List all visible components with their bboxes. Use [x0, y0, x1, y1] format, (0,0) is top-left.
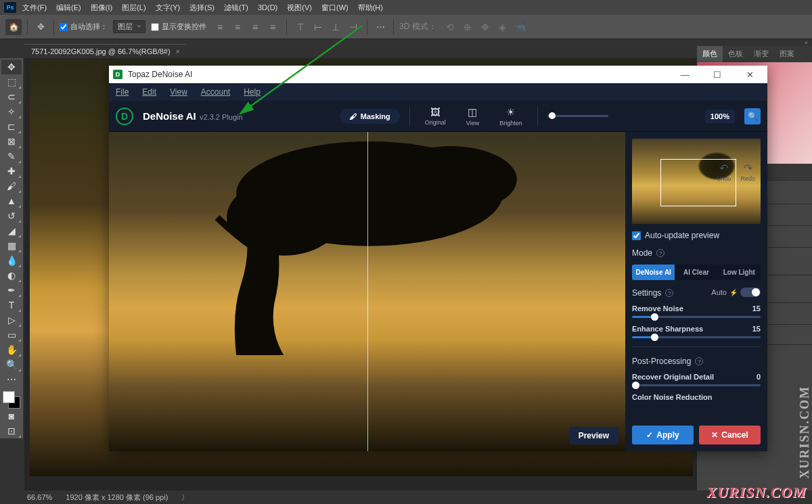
tab-color[interactable]: 颜色 [697, 46, 723, 62]
topaz-titlebar[interactable]: D Topaz DeNoise AI — ☐ ✕ [109, 66, 767, 83]
brush-tool[interactable]: 🖌 [1, 179, 22, 193]
zoom-level[interactable]: 100% [705, 110, 735, 123]
quickmask-tool[interactable]: ◙ [1, 409, 22, 423]
zoom-fit-button[interactable]: 🔍 [744, 108, 761, 124]
stamp-tool[interactable]: ▲ [1, 193, 22, 208]
menu-3d[interactable]: 3D(D) [254, 2, 281, 13]
menu-image[interactable]: 图像(I) [87, 1, 116, 14]
slider-label: Remove Noise [632, 304, 683, 313]
tab-gradients[interactable]: 渐变 [748, 46, 774, 62]
recover-detail-slider[interactable] [632, 384, 761, 386]
crop-tool[interactable]: ⊏ [1, 119, 22, 134]
blur-tool[interactable]: 💧 [1, 253, 22, 268]
edit-toolbar-icon[interactable]: ⋯ [1, 372, 22, 387]
help-icon[interactable]: ? [665, 289, 673, 297]
status-chevron-icon[interactable]: 〉 [181, 492, 189, 503]
minimize-button[interactable]: — [671, 66, 698, 83]
history-brush-tool[interactable]: ↺ [1, 208, 22, 223]
mode-denoise[interactable]: DeNoise AI [632, 265, 675, 280]
status-zoom[interactable]: 66.67% [27, 493, 52, 501]
enhance-sharpness-slider[interactable] [632, 336, 761, 338]
tp-menu-file[interactable]: File [116, 87, 129, 97]
3d-pan-icon[interactable]: ✥ [477, 20, 493, 34]
pen-tool[interactable]: ✒ [1, 283, 22, 298]
3d-camera-icon[interactable]: 📹 [512, 20, 528, 34]
zoom-tool[interactable]: 🔍 [1, 357, 22, 372]
masking-button[interactable]: 🖌Masking [340, 109, 400, 124]
show-transform-checkbox[interactable]: 显示变换控件 [151, 22, 206, 32]
home-button[interactable]: 🏠 [5, 19, 22, 35]
move-tool[interactable]: ✥ [1, 60, 22, 74]
dist-top-icon[interactable]: ⊤ [292, 20, 309, 34]
gradient-tool[interactable]: ▦ [1, 238, 22, 253]
redo-button[interactable]: ↷Redo [740, 162, 755, 182]
menu-window[interactable]: 窗口(W) [318, 1, 352, 14]
view-split-button[interactable]: ◫View [461, 106, 484, 127]
remove-noise-slider[interactable] [632, 316, 761, 318]
align-justify-icon[interactable]: ≡ [265, 20, 281, 34]
preview-button[interactable]: Preview [569, 427, 618, 444]
tp-menu-account[interactable]: Account [201, 87, 230, 97]
dist-left-icon[interactable]: ⊣ [345, 20, 361, 34]
document-tab[interactable]: 7571-20092GK005.jpg @ 66.7%(RGB/8#) × [24, 44, 186, 58]
cancel-button[interactable]: ✕Cancel [699, 426, 761, 444]
menu-type[interactable]: 文字(Y) [152, 1, 184, 14]
dist-bottom-icon[interactable]: ⊥ [328, 20, 344, 34]
move-tool-icon[interactable]: ✥ [33, 20, 48, 35]
lasso-tool[interactable]: ⊂ [1, 89, 22, 104]
3d-roll-icon[interactable]: ⊕ [459, 20, 476, 34]
tab-patterns[interactable]: 图案 [774, 46, 800, 62]
menu-layer[interactable]: 图层(L) [118, 1, 149, 14]
align-right-icon[interactable]: ≡ [247, 20, 263, 34]
frame-tool[interactable]: ⊠ [1, 134, 22, 149]
mode-lowlight[interactable]: Low Light [718, 265, 761, 280]
auto-update-checkbox[interactable]: Auto-update preview [632, 231, 761, 240]
type-tool[interactable]: T [1, 298, 22, 313]
tp-menu-view[interactable]: View [170, 87, 187, 97]
menu-help[interactable]: 帮助(H) [355, 1, 386, 14]
wand-tool[interactable]: ✧ [1, 104, 22, 119]
maximize-button[interactable]: ☐ [704, 66, 731, 83]
tp-menu-help[interactable]: Help [244, 87, 261, 97]
3d-orbit-icon[interactable]: ⟲ [442, 20, 458, 34]
auto-toggle[interactable] [740, 288, 761, 297]
auto-select-checkbox[interactable]: 自动选择： [60, 22, 108, 32]
view-original-button[interactable]: 🖼Original [420, 106, 451, 126]
menu-file[interactable]: 文件(F) [19, 1, 50, 14]
eyedropper-tool[interactable]: ✎ [1, 149, 22, 164]
menu-select[interactable]: 选择(S) [186, 1, 218, 14]
panel-collapse-icon[interactable]: « [697, 39, 812, 46]
align-left-icon[interactable]: ≡ [212, 20, 228, 34]
help-icon[interactable]: ? [695, 357, 703, 365]
screenmode-tool[interactable]: ⊡ [1, 423, 22, 438]
brighten-button[interactable]: ☀Brighten [494, 106, 528, 127]
shape-tool[interactable]: ▭ [1, 327, 22, 342]
more-options-icon[interactable]: ⋯ [373, 20, 388, 35]
menu-view[interactable]: 视图(V) [284, 1, 315, 14]
close-tab-icon[interactable]: × [176, 48, 180, 55]
undo-button[interactable]: ↶Undo [717, 162, 731, 182]
marquee-tool[interactable]: ⬚ [1, 74, 22, 89]
mode-aiclear[interactable]: AI Clear [675, 265, 717, 280]
3d-slide-icon[interactable]: ◈ [495, 20, 511, 34]
align-center-icon[interactable]: ≡ [229, 20, 246, 34]
path-select-tool[interactable]: ▷ [1, 313, 22, 327]
zoom-slider[interactable] [547, 115, 608, 117]
auto-select-dropdown[interactable]: 图层 [113, 20, 145, 33]
dist-vmid-icon[interactable]: ⊢ [310, 20, 326, 34]
split-divider[interactable] [367, 132, 368, 451]
apply-button[interactable]: ✓Apply [632, 426, 694, 444]
dodge-tool[interactable]: ◐ [1, 268, 22, 283]
color-swatches[interactable] [3, 391, 20, 409]
preview-area[interactable]: Preview [109, 132, 625, 451]
tp-menu-edit[interactable]: Edit [142, 87, 156, 97]
help-icon[interactable]: ? [656, 249, 664, 257]
hand-tool[interactable]: ✋ [1, 342, 22, 357]
heal-tool[interactable]: ✚ [1, 164, 22, 179]
tab-swatches[interactable]: 色板 [723, 46, 748, 62]
redo-icon: ↷ [744, 162, 752, 175]
menu-filter[interactable]: 滤镜(T) [221, 1, 252, 14]
eraser-tool[interactable]: ◢ [1, 223, 22, 238]
close-button[interactable]: ✕ [736, 66, 763, 83]
menu-edit[interactable]: 编辑(E) [53, 1, 85, 14]
